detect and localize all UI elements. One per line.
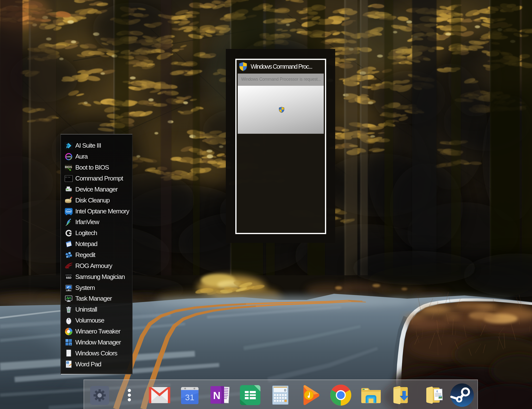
svg-text:AURA: AURA	[66, 156, 71, 157]
svg-text:intel: intel	[66, 210, 71, 213]
svg-text:0: 0	[284, 389, 286, 393]
svg-text:A: A	[436, 390, 438, 393]
svg-text:N: N	[213, 390, 220, 401]
svg-text:SSD: SSD	[66, 276, 72, 279]
svg-text:A: A	[67, 362, 69, 364]
svg-text:31: 31	[185, 393, 194, 402]
svg-text:♻: ♻	[67, 309, 70, 312]
svg-text:SAMSUNG: SAMSUNG	[66, 275, 72, 276]
svg-text:C:\>: C:\>	[66, 176, 70, 178]
